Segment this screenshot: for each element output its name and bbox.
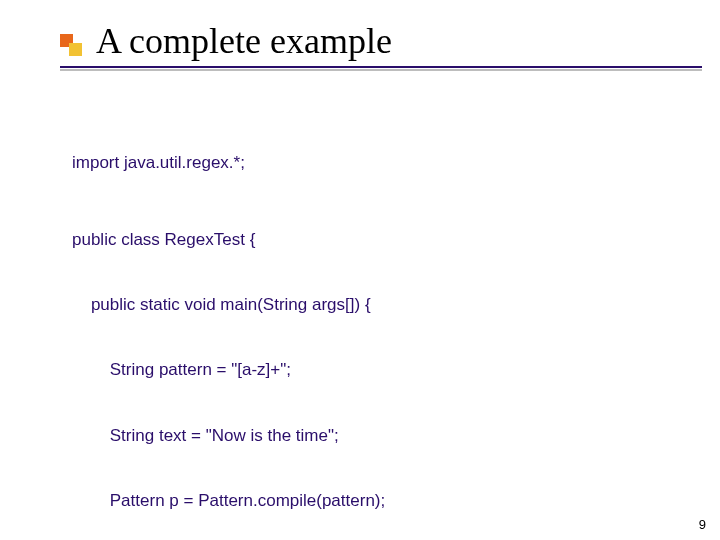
title-row: A complete example — [60, 20, 700, 62]
title-underline — [60, 66, 702, 68]
code-line: Pattern p = Pattern.compile(pattern); — [72, 490, 690, 512]
code-line: import java.util.regex.*; — [72, 152, 690, 174]
code-line: public static void main(String args[]) { — [72, 294, 690, 316]
two-square-bullet-icon — [60, 34, 82, 56]
svg-rect-1 — [69, 43, 82, 56]
slide-title: A complete example — [96, 20, 392, 62]
slide: A complete example import java.util.rege… — [0, 0, 720, 540]
code-line: String pattern = "[a-z]+"; — [72, 359, 690, 381]
slide-body: import java.util.regex.*; public class R… — [72, 108, 690, 540]
code-line: public class RegexTest { — [72, 229, 690, 251]
slide-number: 9 — [699, 517, 706, 532]
code-line: String text = "Now is the time"; — [72, 425, 690, 447]
code-block: import java.util.regex.*; public class R… — [72, 108, 690, 540]
